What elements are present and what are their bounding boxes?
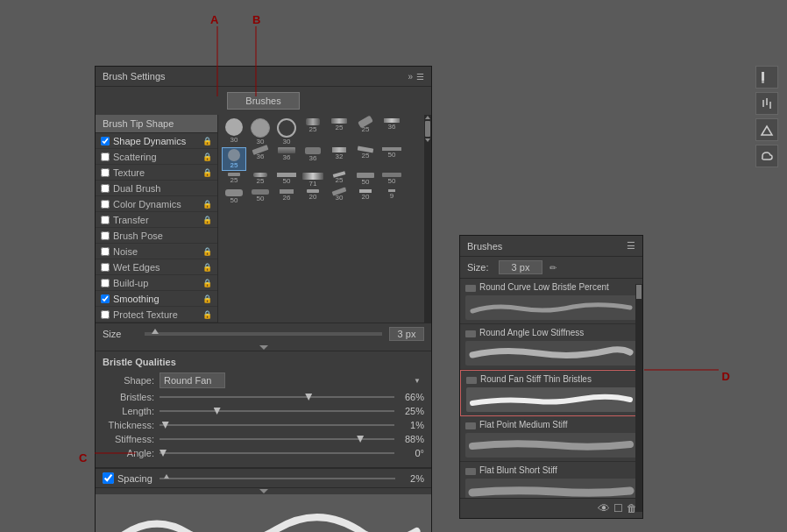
brushes-scroll-thumb[interactable] — [636, 285, 642, 299]
brush-list-item-selected[interactable]: Round Fan Stiff Thin Bristles — [460, 370, 642, 416]
brush-cell[interactable]: 25 — [301, 118, 325, 145]
brush-cell[interactable]: 36 — [379, 118, 404, 145]
transfer-checkbox[interactable] — [101, 216, 110, 224]
panel-expand-icon[interactable]: » — [408, 72, 413, 82]
option-smoothing[interactable]: Smoothing 🔒 — [96, 291, 217, 307]
dual-brush-checkbox[interactable] — [101, 184, 110, 193]
size-slider-thumb[interactable] — [152, 329, 159, 334]
shape-select[interactable]: Round Fan Round Curve Round Angle — [160, 372, 225, 388]
brush-cell[interactable]: 25 — [353, 147, 378, 171]
brush-cell[interactable]: 36 — [274, 147, 299, 171]
panel-menu-icon[interactable]: ☰ — [416, 72, 424, 82]
brush-cell[interactable]: 50 — [248, 189, 273, 204]
toolbar-brushes-icon[interactable] — [755, 66, 778, 89]
brush-cell[interactable]: 50 — [274, 173, 299, 188]
bristle-thickness-row: Thickness: 1% — [103, 420, 424, 430]
toolbar-adjustments-icon[interactable] — [755, 92, 778, 115]
color-dynamics-checkbox[interactable] — [101, 200, 110, 209]
transfer-label: Transfer — [113, 215, 202, 225]
bristle-shape-row: Shape: Round Fan Round Curve Round Angle… — [103, 372, 424, 388]
bristle-angle-slider[interactable] — [160, 452, 394, 454]
bristle-thickness-slider[interactable] — [160, 424, 394, 426]
brushes-size-edit-icon[interactable]: ✏ — [549, 263, 557, 273]
noise-checkbox[interactable] — [101, 247, 110, 256]
brush-grid-scrollbar[interactable] — [424, 115, 431, 323]
option-brush-pose[interactable]: Brush Pose — [96, 228, 217, 244]
spacing-thumb[interactable] — [164, 474, 169, 479]
protect-texture-checkbox[interactable] — [101, 310, 110, 319]
option-transfer[interactable]: Transfer 🔒 — [96, 212, 217, 228]
option-scattering[interactable]: Scattering 🔒 — [96, 149, 217, 165]
brush-cell[interactable]: 30 — [222, 118, 246, 145]
bristle-length-thumb[interactable] — [214, 408, 221, 415]
spacing-checkbox[interactable] — [103, 472, 114, 484]
brushes-panel-menu[interactable]: ☰ — [627, 240, 635, 252]
brush-cell[interactable]: 32 — [327, 147, 351, 171]
bristle-thickness-thumb[interactable] — [162, 422, 169, 429]
wet-edges-checkbox[interactable] — [101, 263, 110, 272]
spacing-label[interactable]: Spacing — [103, 472, 152, 484]
toolbar-tool-icon[interactable] — [755, 118, 778, 141]
brush-list-item[interactable]: Round Angle Low Stiffness — [460, 324, 642, 370]
scroll-up-arrow[interactable] — [425, 116, 430, 119]
build-up-checkbox[interactable] — [101, 279, 110, 287]
brush-cell[interactable]: 30 — [274, 118, 299, 145]
bristle-stiffness-thumb[interactable] — [357, 436, 364, 443]
brush-cell[interactable]: 26 — [274, 189, 299, 204]
brush-cell[interactable]: 25 — [248, 173, 273, 188]
bristle-length-slider[interactable] — [160, 410, 394, 412]
bristle-bristles-slider[interactable] — [160, 396, 394, 398]
bristle-bristles-thumb[interactable] — [305, 394, 312, 401]
brush-list-item[interactable]: Round Curve Low Bristle Percent — [460, 279, 642, 324]
brush-list-item[interactable]: Flat Point Medium Stiff — [460, 416, 642, 462]
option-shape-dynamics[interactable]: Shape Dynamics 🔒 — [96, 133, 217, 149]
brush-cell[interactable]: 25 — [222, 173, 246, 188]
brush-cell[interactable]: 30 — [248, 118, 273, 145]
scattering-checkbox[interactable] — [101, 153, 110, 161]
option-dual-brush[interactable]: Dual Brush — [96, 181, 217, 196]
brush-cell[interactable]: 20 — [301, 189, 325, 204]
brush-cell[interactable]: 20 — [353, 189, 378, 204]
brush-cell[interactable]: 9 — [379, 189, 404, 204]
brush-pose-checkbox[interactable] — [101, 231, 110, 240]
option-color-dynamics[interactable]: Color Dynamics 🔒 — [96, 196, 217, 212]
shape-dynamics-checkbox[interactable] — [101, 137, 110, 145]
option-build-up[interactable]: Build-up 🔒 — [96, 275, 217, 291]
brush-cell[interactable]: 36 — [301, 147, 325, 171]
toolbar-cc-icon[interactable] — [755, 145, 778, 167]
brush-cell[interactable]: 25 — [353, 118, 378, 145]
bristle-stiffness-slider[interactable] — [160, 438, 394, 440]
bristle-angle-thumb[interactable] — [160, 450, 167, 457]
scroll-thumb[interactable] — [425, 121, 430, 137]
brush-tip-shape-button[interactable]: Brush Tip Shape — [96, 115, 217, 133]
brush-cell-selected[interactable]: 25 — [222, 147, 246, 171]
brush-cell[interactable]: 71 — [301, 173, 325, 188]
footer-eye-icon[interactable]: 👁 — [598, 501, 610, 515]
brushes-button[interactable]: Brushes — [227, 92, 299, 110]
brushes-scrollbar[interactable] — [635, 284, 642, 512]
spacing-slider[interactable] — [160, 478, 395, 479]
footer-new-icon[interactable]: ☐ — [613, 502, 623, 514]
option-texture[interactable]: Texture 🔒 — [96, 165, 217, 181]
option-protect-texture[interactable]: Protect Texture 🔒 — [96, 307, 217, 323]
select-arrow-icon: ▼ — [414, 377, 421, 385]
brush-list-item[interactable]: Flat Blunt Short Stiff — [460, 462, 642, 498]
brushes-size-input[interactable] — [499, 260, 542, 274]
texture-checkbox[interactable] — [101, 168, 110, 177]
option-noise[interactable]: Noise 🔒 — [96, 244, 217, 259]
svg-rect-0 — [762, 72, 764, 81]
brush-cell[interactable]: 36 — [248, 147, 273, 171]
brush-cell[interactable]: 25 — [327, 173, 351, 188]
option-wet-edges[interactable]: Wet Edges 🔒 — [96, 259, 217, 275]
brush-tip-area: Brush Tip Shape Shape Dynamics 🔒 Scatter… — [96, 115, 431, 323]
brush-cell[interactable]: 50 — [353, 173, 378, 188]
marker-c: C — [79, 451, 87, 465]
brush-cell[interactable]: 25 — [327, 118, 351, 145]
brush-cell[interactable]: 50 — [379, 173, 404, 188]
smoothing-checkbox[interactable] — [101, 294, 110, 303]
scroll-down-arrow[interactable] — [425, 138, 430, 142]
brush-cell[interactable]: 30 — [327, 189, 351, 204]
size-value[interactable]: 3 px — [389, 327, 424, 341]
brush-cell[interactable]: 50 — [222, 189, 246, 204]
brush-cell[interactable]: 50 — [379, 147, 404, 171]
